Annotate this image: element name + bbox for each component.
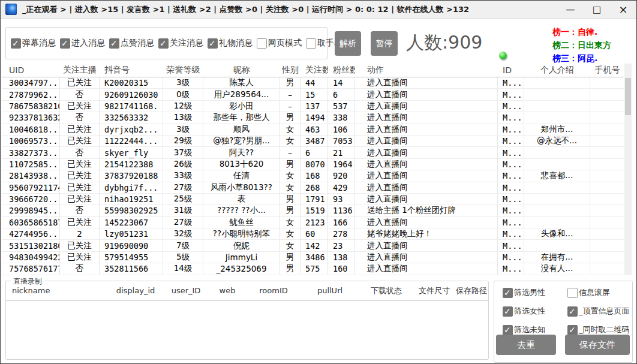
table-row[interactable]: 33827373... 否 skyer_fly 37级 阿天?? – 6 21 … [2,147,624,158]
cell-action: 进入直播间 [355,194,498,204]
option-checkbox[interactable]: _同时取二维码 [567,324,630,335]
cell-id: M... [498,147,524,158]
column-header: UID [2,65,60,75]
ranking-line: 榜一：自律. [552,25,611,38]
cell-douyin-id: 2154122388 [100,159,163,170]
cell-gender: 男 [280,194,301,204]
cell-followed: 已关注 [60,170,100,181]
cell-gender: 女 [280,240,301,251]
cell-douyin-id: 9821741168. [100,101,163,112]
table-row[interactable]: 11072585... 已关注 2154122388 26级 8013十620 … [2,159,624,170]
cell-action: 进入直播间 [355,170,498,181]
checkbox-label: _顶置信息页面 [579,306,630,317]
checkbox-label: 信息滚屏 [579,287,610,298]
cell-level: 27级 [163,217,203,228]
table-row[interactable]: 28143938... 已关注 37837920188 33级 任清 女 168… [2,170,624,182]
table-row[interactable]: 92337813632 否 332563332 13级 那些年，那些人 男 14… [2,112,624,124]
cell-intro: 没有人... [524,263,590,274]
viewer-count: 人数:909 [406,31,482,55]
pause-button[interactable]: 暂停 [371,31,398,56]
cell-id: M... [498,112,524,123]
cell-phone [590,112,624,123]
minimize-button[interactable]: — [557,1,584,18]
viewer-table: UID关注主播抖音号荣誉等级昵称性别关注数粉丝数动作ID个人介绍手机号 3003… [2,64,632,275]
status-orb-icon [499,52,507,59]
cell-id: M... [498,194,524,204]
message-filter-groupbox: 弹幕消息 进入消息 点赞消息 关注消息 礼物消息 网页模式 取手机号 [5,27,327,59]
cell-nickname: 倪妮 [203,240,280,251]
parse-button[interactable]: 解析 [335,31,361,56]
cell-uid: 11072585... [2,159,60,170]
cell-following: 575 [301,263,328,274]
column-header: 个人介绍 [524,65,590,76]
cell-douyin-id: 55998302925 [100,205,163,216]
cell-phone [590,217,624,228]
cell-following: 15 [301,89,328,100]
column-header: 粉丝数 [328,65,355,76]
cell-fans: 429 [328,182,355,193]
cell-phone [590,240,624,251]
cell-followed: 否 [60,89,100,100]
option-checkbox[interactable]: 筛选女性 [503,306,563,317]
message-filter-checkbox[interactable]: 弹幕消息 [11,38,56,49]
cell-douyin-id: 11222444... [100,136,163,146]
table-row[interactable]: 60365865187 已关注 145223067 27级 鱿鱼丝 女 2123… [2,217,624,228]
cell-action: 进入直播间 [355,217,498,228]
option-checkbox[interactable]: 信息滚屏 [567,287,630,298]
table-scrollbar[interactable] [624,64,632,275]
cell-action: 进入直播间 [355,101,498,112]
option-checkbox[interactable]: _顶置信息页面 [567,306,630,317]
cell-followed: 否 [60,112,100,123]
table-row[interactable]: 30034797... 已关注 K20020315 3级 陈某人 男 44 14… [2,77,624,89]
cell-phone [590,147,624,158]
table-row[interactable]: 39666720... 已关注 nihao19251 25级 表 男 1791 … [2,194,624,205]
cell-douyin-id: 92609126030 [100,89,163,100]
cell-id: M... [498,124,524,135]
table-row[interactable]: 29998945... 否 55998302925 31级 ????? ??小.… [2,205,624,216]
message-filter-checkbox[interactable]: 网页模式 [257,38,302,49]
table-row[interactable]: 53151302180 已关注 919690090 7级 倪妮 女 142 23… [2,240,624,251]
cell-action: 进入直播间 [355,182,498,193]
cell-nickname: JimmyLi [203,252,280,263]
cell-phone [590,194,624,204]
cell-uid: 39666720... [2,194,60,204]
cell-phone [590,159,624,170]
cell-action: 进入直播间 [355,77,498,88]
table-row[interactable]: 78675838210 已关注 9821741168. 12级 彩小田 – 13… [2,101,624,112]
message-filter-checkbox[interactable]: 进入消息 [60,38,105,49]
cell-level: 7级 [163,240,203,251]
option-checkbox[interactable]: 筛选男性 [503,287,563,298]
table-row[interactable]: 95607921174 已关注 dybhgi7f... 27级 风雨小草8013… [2,182,624,194]
table-row[interactable]: 94830499422 已关注 579514955 5级 JimmyLi 男 3… [2,252,624,263]
cell-nickname: 那些年，那些人 [203,112,280,123]
close-button[interactable]: × [610,1,636,18]
cell-fans: 7053 [328,136,355,146]
cell-fans: 6 [328,89,355,100]
cell-intro [524,194,590,204]
maximize-button[interactable]: □ [584,1,610,18]
cell-followed: 否 [60,263,100,274]
message-filter-checkbox[interactable]: 点赞消息 [109,38,154,49]
table-scrollbar-thumb[interactable] [625,78,631,115]
cell-phone [590,205,624,216]
checkbox-label: 筛选女性 [514,306,545,317]
message-filter-checkbox[interactable]: 礼物消息 [208,38,253,49]
recording-column-header: display_id [108,286,163,295]
cell-gender: 女 [280,136,301,146]
table-row[interactable]: 27879962... 否 92609126030 0级 用户289564...… [2,89,624,100]
table-row[interactable]: 10046818... 已关注 dyrjxqb2... 3级 顺风 女 463 … [2,124,624,136]
option-checkbox[interactable]: 筛选未知 [503,324,563,335]
checkbox-icon [503,306,513,317]
cell-intro [524,205,590,216]
save-file-button[interactable]: 保存文件 [565,335,630,355]
table-row[interactable]: 10069573... 已关注 11222444... 29级 @独?宠?男朋.… [2,136,624,147]
message-filter-checkbox[interactable]: 关注消息 [158,38,203,49]
cell-fans: 106 [328,124,355,135]
cell-nickname: 8013十620 [203,159,280,170]
window-title: _正在观看 > | 进入数 >15 | 发言数 >1 | 送礼数 >2 | 点赞… [22,4,469,15]
table-row[interactable]: 42744956... 2 lzy051231 32级 ??小聪明特别笨 女 6… [2,228,624,240]
table-row[interactable]: 75768576177 否 352811566 14级 _245325069 男… [2,263,624,275]
dedupe-button[interactable]: 去重 [496,335,556,355]
cell-phone [590,228,624,239]
checkbox-label: 点赞消息 [121,38,154,49]
